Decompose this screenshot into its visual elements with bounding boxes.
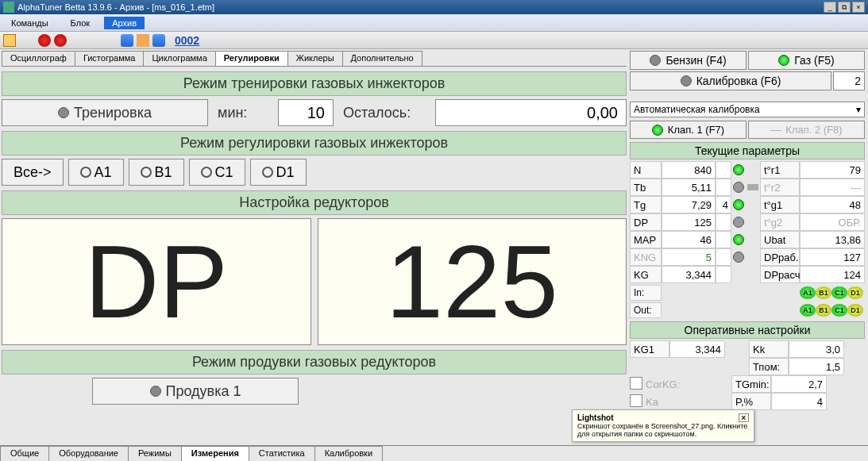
cyl-b1[interactable]: B1 — [129, 159, 184, 186]
purge-button[interactable]: Продувка 1 — [92, 378, 299, 405]
param-label2: DPрасч — [760, 266, 800, 283]
prev-icon[interactable] — [121, 34, 133, 47]
cyl-c1[interactable]: C1 — [189, 159, 245, 186]
bar-icon — [746, 161, 760, 179]
calib-value[interactable]: 2 — [833, 71, 865, 90]
ka-checkbox[interactable] — [630, 394, 642, 407]
corkg-checkbox[interactable] — [630, 377, 642, 390]
cyl-icon: B1 — [816, 286, 831, 299]
valve1-button[interactable]: Клап. 1 (F7) — [630, 121, 746, 139]
record-icon[interactable] — [38, 34, 51, 47]
toast-close-icon[interactable]: ⨯ — [739, 413, 749, 422]
min-input[interactable]: 10 — [278, 99, 334, 126]
p-value[interactable]: 4 — [771, 393, 827, 410]
param-label: KNG — [630, 248, 662, 266]
param-subvalue — [716, 248, 731, 266]
param-led-icon — [731, 213, 746, 231]
training-button[interactable]: Тренировка — [2, 99, 208, 126]
param-value: 3,344 — [662, 266, 716, 283]
next-icon[interactable] — [152, 34, 165, 47]
tpom-value[interactable]: 1,5 — [789, 358, 844, 375]
top-tabs: Осциллограф Гистограмма Циклограмма Регу… — [2, 51, 627, 67]
bar-icon — [746, 248, 760, 266]
tab-cyclogram[interactable]: Циклограмма — [143, 51, 215, 66]
param-value2: 79 — [800, 161, 865, 179]
cyl-icon: C1 — [831, 286, 847, 299]
kk-label: Kk — [749, 340, 789, 358]
title-text: AlphaTuner Betta 13.9.6 - Архив - [ms_01… — [17, 2, 214, 12]
cyl-a1[interactable]: A1 — [68, 159, 124, 186]
valve1-led-icon — [652, 125, 663, 136]
reducer-header: Настройка редукторов — [2, 190, 627, 215]
training-header: Режим тренировки газовых инжекторов — [2, 71, 627, 96]
toolbar: 0002 — [0, 32, 868, 49]
out-cyls: A1 B1 C1 D1 — [662, 302, 865, 318]
btab-equipment[interactable]: Оборудование — [48, 446, 129, 461]
bar-icon — [746, 213, 760, 231]
param-value: 5 — [662, 248, 716, 266]
petrol-led-icon — [650, 55, 661, 66]
lightshot-toast[interactable]: Lightshot⨯ Скриншот сохранён в Screensho… — [572, 409, 754, 442]
param-label2: t°g1 — [760, 196, 800, 213]
bottom-tabs: Общие Оборудование Режимы Измерения Стат… — [0, 445, 868, 461]
cyl-d1[interactable]: D1 — [250, 159, 307, 186]
regulation-header: Режим регулировки газовых инжекторов — [2, 131, 627, 156]
tab-adjustments[interactable]: Регулировки — [215, 51, 288, 66]
param-value2: 127 — [800, 248, 865, 266]
tab-histogram[interactable]: Гистограмма — [75, 51, 145, 66]
param-value2: 48 — [800, 196, 865, 213]
menu-commands[interactable]: Команды — [3, 17, 56, 29]
kg1-value[interactable]: 3,344 — [669, 340, 725, 358]
all-button[interactable]: Все-> — [2, 159, 64, 186]
param-value2: 124 — [800, 266, 865, 283]
purge-led-icon — [150, 386, 161, 397]
in-label: In: — [630, 285, 662, 301]
minimize-button[interactable]: _ — [824, 2, 836, 13]
stop-icon[interactable] — [54, 34, 67, 47]
tab-additional[interactable]: Дополнительно — [342, 51, 422, 66]
radio-icon — [80, 167, 91, 178]
pause-icon[interactable] — [137, 34, 149, 47]
btab-modes[interactable]: Режимы — [128, 446, 182, 461]
gas-button[interactable]: Газ (F5) — [748, 51, 865, 70]
calib-button[interactable]: Калибровка (F6) — [630, 71, 831, 90]
param-value: 5,11 — [662, 179, 716, 196]
param-label: Tg — [630, 196, 662, 213]
param-value2: --- — [800, 179, 865, 196]
radio-icon — [201, 167, 212, 178]
restore-button[interactable]: ⧉ — [838, 2, 851, 13]
param-label2: t°r1 — [760, 161, 800, 179]
btab-measurements[interactable]: Измерения — [181, 446, 249, 461]
param-label: KG — [630, 266, 662, 283]
tgmin-label: TGmin: — [731, 375, 771, 393]
auto-calib-dropdown[interactable]: Автоматическая калибровка — [630, 102, 865, 117]
tgmin-value[interactable]: 2,7 — [771, 375, 827, 393]
param-label: DP — [630, 213, 662, 231]
bar-icon — [746, 231, 760, 248]
kg1-label: KG1 — [630, 340, 669, 358]
gas-led-icon — [778, 55, 789, 66]
cyl-icon: D1 — [847, 304, 863, 317]
param-value: 7,29 — [662, 196, 716, 213]
bar-icon — [746, 266, 760, 283]
cyl-icon: A1 — [800, 286, 816, 299]
cyl-icon: A1 — [800, 304, 816, 317]
btab-general[interactable]: Общие — [0, 446, 49, 461]
tab-jets[interactable]: Жиклеры — [287, 51, 343, 66]
tab-oscillograph[interactable]: Осциллограф — [2, 51, 75, 66]
valve2-button[interactable]: —Клап. 2 (F8) — [748, 121, 865, 139]
folder-icon[interactable] — [3, 34, 16, 47]
frame-counter[interactable]: 0002 — [175, 34, 199, 47]
btab-calibrations[interactable]: Калибровки — [314, 446, 383, 461]
param-led-icon — [731, 248, 746, 266]
cyl-icon: B1 — [816, 304, 831, 317]
close-button[interactable]: × — [852, 2, 865, 13]
petrol-button[interactable]: Бензин (F4) — [630, 51, 746, 70]
menu-block[interactable]: Блок — [63, 17, 98, 29]
kk-value[interactable]: 3,0 — [789, 340, 844, 358]
cyl-icon: C1 — [831, 304, 847, 317]
btab-statistics[interactable]: Статистика — [249, 446, 315, 461]
menu-archive[interactable]: Архив — [104, 17, 145, 29]
corkg-label: CorKG: — [646, 375, 731, 393]
cyl-icon: D1 — [847, 286, 863, 299]
